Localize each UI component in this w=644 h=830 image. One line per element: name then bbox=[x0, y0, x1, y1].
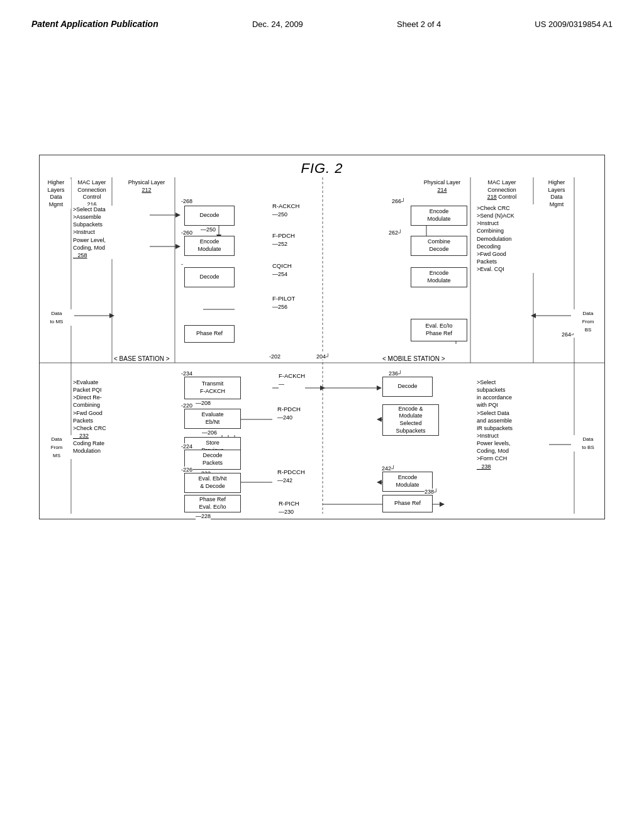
cqich-label: CQICH―254 bbox=[272, 262, 292, 279]
ref-242: 242┘ bbox=[382, 465, 395, 472]
ref-cqich: - bbox=[181, 261, 183, 267]
svg-marker-58 bbox=[109, 313, 114, 318]
data-to-bs: Datato BS bbox=[572, 435, 604, 451]
mac-left-content: >Select Data>AssembleSubpackets>Instruct… bbox=[73, 206, 142, 259]
ref-234: -234 bbox=[181, 370, 192, 377]
ref-250: ―250 bbox=[201, 226, 216, 233]
data-from-ms: DataFromMS bbox=[41, 435, 72, 459]
data-from-bs: DataFromBS bbox=[572, 309, 604, 333]
svg-marker-47 bbox=[377, 480, 382, 485]
combine-decode: CombineDecode bbox=[411, 236, 467, 256]
evaluate-ebnt: EvaluateEb/Nt bbox=[184, 409, 241, 429]
svg-marker-54 bbox=[175, 213, 180, 218]
ref-226: -226 bbox=[181, 467, 192, 473]
encode-mod-fpdch: EncodeModulate bbox=[184, 236, 235, 256]
svg-marker-49 bbox=[440, 502, 445, 507]
diagram-area: FIG. 2 bbox=[33, 155, 611, 519]
decode-packets: DecodePackets bbox=[184, 450, 241, 470]
r-pdch-bottom-label: R-PDCH―240 bbox=[277, 406, 301, 422]
data-to-ms: Datato MS bbox=[41, 309, 72, 326]
phase-ref-right-bottom: Phase Ref bbox=[382, 495, 433, 512]
transmit-fackch: TransmitF-ACKCH bbox=[184, 377, 241, 399]
svg-marker-45 bbox=[377, 417, 382, 422]
ref-224: -224 bbox=[181, 443, 192, 450]
phase-ref-left: Phase Ref bbox=[184, 325, 235, 343]
f-pdch-label: F-PDCH―252 bbox=[272, 232, 295, 248]
svg-marker-22 bbox=[320, 385, 325, 390]
ref-204: 204┘ bbox=[316, 353, 330, 360]
ref-236: 236┘ bbox=[389, 370, 402, 377]
encode-mod-cqich-right: EncodeModulate bbox=[411, 267, 467, 287]
ref-202: -202 bbox=[269, 353, 280, 360]
mac-layer-left: MAC LayerConnectionControl216 bbox=[72, 179, 111, 209]
decode-cqich: Decode bbox=[184, 267, 235, 287]
mac-right-bottom: >Selectsubpacketsin accordancewith PQI>S… bbox=[477, 379, 549, 470]
ref-228: ―228 bbox=[196, 513, 211, 519]
publication-label: Patent Application Publication bbox=[31, 19, 158, 29]
f-ackch-bottom-label: F-ACKCH― bbox=[279, 372, 305, 389]
ref-238: 238┘ bbox=[425, 489, 438, 495]
physical-layer-right: Physical Layer214 bbox=[417, 179, 467, 194]
r-ackch-label: R-ACKCH―250 bbox=[272, 202, 299, 219]
figure-2: FIG. 2 bbox=[39, 155, 605, 519]
patent-number: US 2009/0319854 A1 bbox=[535, 19, 613, 29]
ref-262: 262┘ bbox=[389, 230, 402, 236]
ref-266: 266┘ bbox=[392, 198, 405, 204]
encode-mod-top-right: EncodeModulate bbox=[411, 206, 467, 226]
base-station-label: < BASE STATION > bbox=[114, 355, 170, 362]
ref-206: ―206 bbox=[202, 429, 217, 436]
higher-layers-left: HigherLayersDataMgmt bbox=[41, 179, 71, 209]
svg-marker-60 bbox=[531, 313, 536, 318]
phase-ref-ecio-left: Phase RefEval. Ec/Io bbox=[184, 495, 241, 512]
r-pich-label: R-PICH―230 bbox=[279, 500, 299, 516]
ref-208: ―208 bbox=[196, 400, 211, 406]
sheet-label: Sheet 2 of 4 bbox=[397, 19, 441, 29]
mac-layer-right: MAC LayerConnection218 Control bbox=[474, 179, 530, 201]
svg-marker-43 bbox=[377, 385, 382, 390]
physical-layer-left: Physical Layer212 bbox=[121, 179, 172, 194]
page-header: Patent Application Publication Dec. 24, … bbox=[31, 19, 613, 29]
eval-ebnt-decode: Eval. Eb/Nt& Decode bbox=[184, 473, 241, 493]
mac-left-bottom: >EvaluatePacket PQI>Direct Re-Combining>… bbox=[73, 379, 142, 455]
page: Patent Application Publication Dec. 24, … bbox=[0, 0, 644, 830]
figure-title: FIG. 2 bbox=[301, 160, 343, 177]
date-label: Dec. 24, 2009 bbox=[252, 19, 303, 29]
mac-right-top: >Check CRC>Send (N)ACK>InstructCombining… bbox=[477, 204, 549, 273]
ref-220: -220 bbox=[181, 402, 192, 409]
mobile-station-label: < MOBILE STATION > bbox=[382, 355, 445, 362]
r-pdcch-label: R-PDCCH―242 bbox=[277, 468, 305, 485]
svg-marker-56 bbox=[175, 244, 180, 249]
f-pilot-label: F-PILOT―256 bbox=[272, 295, 295, 311]
ref-260: -260 bbox=[181, 230, 192, 236]
decode-ms-fackch: Decode bbox=[382, 377, 433, 397]
eval-ecio-top-right: Eval. Ec/IoPhase Ref bbox=[411, 319, 467, 341]
encode-mod-subpackets: Encode &ModulateSelectedSubpackets bbox=[382, 404, 439, 436]
ref-268: -268 bbox=[181, 198, 192, 204]
decode-268: Decode bbox=[184, 206, 235, 226]
